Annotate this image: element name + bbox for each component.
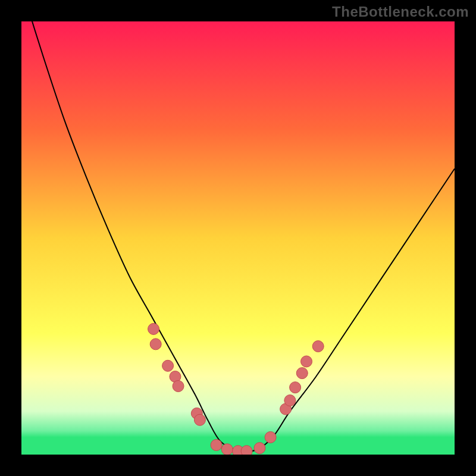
sample-dot bbox=[173, 380, 184, 392]
sample-dot bbox=[221, 444, 233, 455]
chart-stage: TheBottleneck.com bbox=[0, 0, 476, 476]
sample-dot bbox=[265, 431, 276, 443]
sample-dot bbox=[301, 356, 312, 367]
bottleneck-chart bbox=[0, 0, 476, 476]
sample-dot bbox=[254, 443, 265, 454]
sample-dot bbox=[150, 339, 161, 350]
sample-dot bbox=[284, 395, 296, 406]
sample-dot bbox=[194, 414, 205, 425]
sample-dot bbox=[148, 323, 159, 334]
sample-dot bbox=[162, 360, 174, 371]
sample-dot bbox=[312, 341, 324, 352]
sample-dot bbox=[211, 439, 222, 450]
plot-background bbox=[21, 21, 455, 455]
sample-dot bbox=[290, 382, 301, 393]
watermark-text: TheBottleneck.com bbox=[332, 4, 469, 20]
sample-dot bbox=[296, 368, 308, 379]
